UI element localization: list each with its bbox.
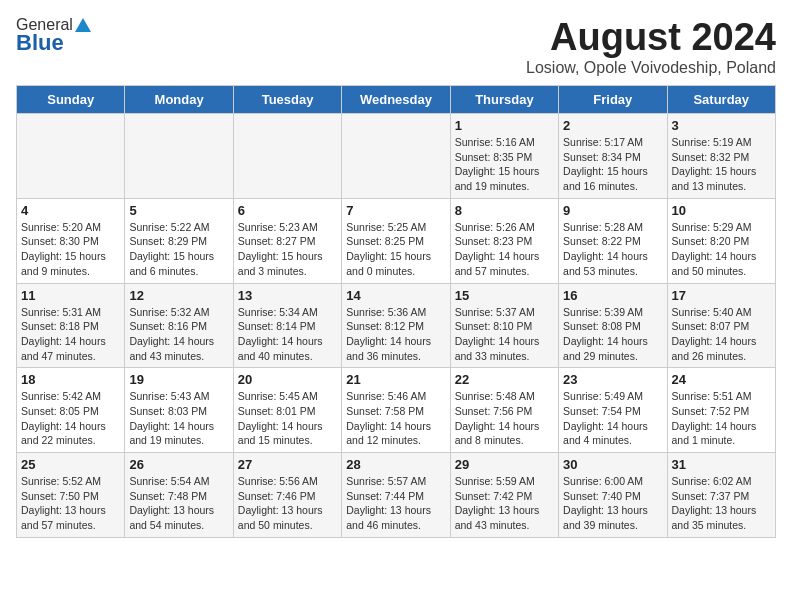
day-number: 15 (455, 288, 554, 303)
day-number: 8 (455, 203, 554, 218)
header-day-saturday: Saturday (667, 86, 775, 114)
day-number: 30 (563, 457, 662, 472)
day-info: Sunrise: 5:31 AM Sunset: 8:18 PM Dayligh… (21, 305, 120, 364)
main-title: August 2024 (526, 16, 776, 59)
day-number: 28 (346, 457, 445, 472)
calendar-cell: 12Sunrise: 5:32 AM Sunset: 8:16 PM Dayli… (125, 283, 233, 368)
day-info: Sunrise: 5:40 AM Sunset: 8:07 PM Dayligh… (672, 305, 771, 364)
calendar-cell: 21Sunrise: 5:46 AM Sunset: 7:58 PM Dayli… (342, 368, 450, 453)
day-info: Sunrise: 5:42 AM Sunset: 8:05 PM Dayligh… (21, 389, 120, 448)
header-day-monday: Monday (125, 86, 233, 114)
day-info: Sunrise: 5:45 AM Sunset: 8:01 PM Dayligh… (238, 389, 337, 448)
calendar-cell: 16Sunrise: 5:39 AM Sunset: 8:08 PM Dayli… (559, 283, 667, 368)
day-number: 9 (563, 203, 662, 218)
calendar-cell: 11Sunrise: 5:31 AM Sunset: 8:18 PM Dayli… (17, 283, 125, 368)
day-number: 31 (672, 457, 771, 472)
calendar-cell: 9Sunrise: 5:28 AM Sunset: 8:22 PM Daylig… (559, 198, 667, 283)
calendar-cell: 4Sunrise: 5:20 AM Sunset: 8:30 PM Daylig… (17, 198, 125, 283)
day-number: 19 (129, 372, 228, 387)
day-number: 2 (563, 118, 662, 133)
calendar-cell: 26Sunrise: 5:54 AM Sunset: 7:48 PM Dayli… (125, 453, 233, 538)
day-number: 22 (455, 372, 554, 387)
day-info: Sunrise: 5:16 AM Sunset: 8:35 PM Dayligh… (455, 135, 554, 194)
day-number: 12 (129, 288, 228, 303)
day-info: Sunrise: 5:51 AM Sunset: 7:52 PM Dayligh… (672, 389, 771, 448)
day-number: 5 (129, 203, 228, 218)
week-row-3: 11Sunrise: 5:31 AM Sunset: 8:18 PM Dayli… (17, 283, 776, 368)
calendar-cell (17, 114, 125, 199)
day-number: 27 (238, 457, 337, 472)
day-number: 11 (21, 288, 120, 303)
day-info: Sunrise: 5:19 AM Sunset: 8:32 PM Dayligh… (672, 135, 771, 194)
header-day-tuesday: Tuesday (233, 86, 341, 114)
day-info: Sunrise: 5:28 AM Sunset: 8:22 PM Dayligh… (563, 220, 662, 279)
calendar-cell: 30Sunrise: 6:00 AM Sunset: 7:40 PM Dayli… (559, 453, 667, 538)
day-info: Sunrise: 5:52 AM Sunset: 7:50 PM Dayligh… (21, 474, 120, 533)
day-number: 21 (346, 372, 445, 387)
calendar-table: SundayMondayTuesdayWednesdayThursdayFrid… (16, 85, 776, 538)
header-day-wednesday: Wednesday (342, 86, 450, 114)
day-info: Sunrise: 5:26 AM Sunset: 8:23 PM Dayligh… (455, 220, 554, 279)
header-row: SundayMondayTuesdayWednesdayThursdayFrid… (17, 86, 776, 114)
day-info: Sunrise: 5:23 AM Sunset: 8:27 PM Dayligh… (238, 220, 337, 279)
day-info: Sunrise: 5:59 AM Sunset: 7:42 PM Dayligh… (455, 474, 554, 533)
day-info: Sunrise: 5:34 AM Sunset: 8:14 PM Dayligh… (238, 305, 337, 364)
day-number: 25 (21, 457, 120, 472)
calendar-cell: 6Sunrise: 5:23 AM Sunset: 8:27 PM Daylig… (233, 198, 341, 283)
calendar-cell: 19Sunrise: 5:43 AM Sunset: 8:03 PM Dayli… (125, 368, 233, 453)
day-number: 7 (346, 203, 445, 218)
day-info: Sunrise: 5:46 AM Sunset: 7:58 PM Dayligh… (346, 389, 445, 448)
day-info: Sunrise: 5:56 AM Sunset: 7:46 PM Dayligh… (238, 474, 337, 533)
calendar-cell: 14Sunrise: 5:36 AM Sunset: 8:12 PM Dayli… (342, 283, 450, 368)
day-number: 23 (563, 372, 662, 387)
day-number: 14 (346, 288, 445, 303)
calendar-cell: 20Sunrise: 5:45 AM Sunset: 8:01 PM Dayli… (233, 368, 341, 453)
calendar-header: SundayMondayTuesdayWednesdayThursdayFrid… (17, 86, 776, 114)
day-info: Sunrise: 5:39 AM Sunset: 8:08 PM Dayligh… (563, 305, 662, 364)
calendar-cell: 24Sunrise: 5:51 AM Sunset: 7:52 PM Dayli… (667, 368, 775, 453)
logo: General Blue (16, 16, 91, 56)
day-info: Sunrise: 6:00 AM Sunset: 7:40 PM Dayligh… (563, 474, 662, 533)
day-number: 10 (672, 203, 771, 218)
day-info: Sunrise: 5:36 AM Sunset: 8:12 PM Dayligh… (346, 305, 445, 364)
day-info: Sunrise: 5:57 AM Sunset: 7:44 PM Dayligh… (346, 474, 445, 533)
day-number: 18 (21, 372, 120, 387)
day-number: 24 (672, 372, 771, 387)
calendar-cell (125, 114, 233, 199)
header-day-thursday: Thursday (450, 86, 558, 114)
day-info: Sunrise: 5:37 AM Sunset: 8:10 PM Dayligh… (455, 305, 554, 364)
calendar-cell: 22Sunrise: 5:48 AM Sunset: 7:56 PM Dayli… (450, 368, 558, 453)
calendar-cell: 5Sunrise: 5:22 AM Sunset: 8:29 PM Daylig… (125, 198, 233, 283)
calendar-cell: 31Sunrise: 6:02 AM Sunset: 7:37 PM Dayli… (667, 453, 775, 538)
calendar-cell: 27Sunrise: 5:56 AM Sunset: 7:46 PM Dayli… (233, 453, 341, 538)
calendar-cell: 10Sunrise: 5:29 AM Sunset: 8:20 PM Dayli… (667, 198, 775, 283)
calendar-cell: 23Sunrise: 5:49 AM Sunset: 7:54 PM Dayli… (559, 368, 667, 453)
day-number: 29 (455, 457, 554, 472)
day-info: Sunrise: 5:29 AM Sunset: 8:20 PM Dayligh… (672, 220, 771, 279)
day-number: 1 (455, 118, 554, 133)
week-row-1: 1Sunrise: 5:16 AM Sunset: 8:35 PM Daylig… (17, 114, 776, 199)
title-block: August 2024 Losiow, Opole Voivodeship, P… (526, 16, 776, 77)
day-info: Sunrise: 5:54 AM Sunset: 7:48 PM Dayligh… (129, 474, 228, 533)
calendar-cell: 28Sunrise: 5:57 AM Sunset: 7:44 PM Dayli… (342, 453, 450, 538)
day-number: 20 (238, 372, 337, 387)
calendar-cell (233, 114, 341, 199)
calendar-cell: 29Sunrise: 5:59 AM Sunset: 7:42 PM Dayli… (450, 453, 558, 538)
week-row-5: 25Sunrise: 5:52 AM Sunset: 7:50 PM Dayli… (17, 453, 776, 538)
day-number: 26 (129, 457, 228, 472)
calendar-cell: 1Sunrise: 5:16 AM Sunset: 8:35 PM Daylig… (450, 114, 558, 199)
day-number: 6 (238, 203, 337, 218)
day-info: Sunrise: 5:25 AM Sunset: 8:25 PM Dayligh… (346, 220, 445, 279)
calendar-cell: 7Sunrise: 5:25 AM Sunset: 8:25 PM Daylig… (342, 198, 450, 283)
week-row-4: 18Sunrise: 5:42 AM Sunset: 8:05 PM Dayli… (17, 368, 776, 453)
day-info: Sunrise: 5:22 AM Sunset: 8:29 PM Dayligh… (129, 220, 228, 279)
calendar-cell: 8Sunrise: 5:26 AM Sunset: 8:23 PM Daylig… (450, 198, 558, 283)
calendar-cell: 18Sunrise: 5:42 AM Sunset: 8:05 PM Dayli… (17, 368, 125, 453)
calendar-body: 1Sunrise: 5:16 AM Sunset: 8:35 PM Daylig… (17, 114, 776, 538)
page-header: General Blue August 2024 Losiow, Opole V… (16, 16, 776, 77)
day-info: Sunrise: 5:20 AM Sunset: 8:30 PM Dayligh… (21, 220, 120, 279)
header-day-friday: Friday (559, 86, 667, 114)
day-number: 3 (672, 118, 771, 133)
day-info: Sunrise: 5:48 AM Sunset: 7:56 PM Dayligh… (455, 389, 554, 448)
header-day-sunday: Sunday (17, 86, 125, 114)
